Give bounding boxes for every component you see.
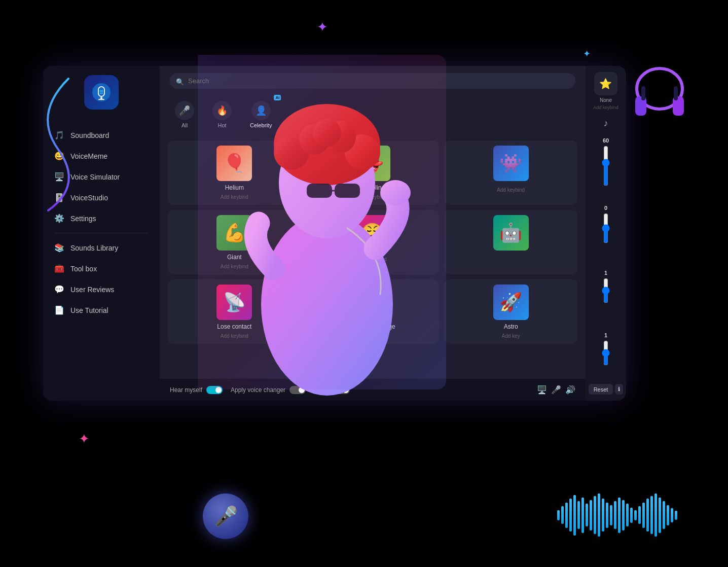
- svg-rect-3: [674, 86, 678, 100]
- nav-divider: [54, 233, 149, 233]
- preset-3-keybind: Add keybind: [497, 187, 525, 193]
- right-fav-label: None: [600, 97, 612, 103]
- effect-toggle[interactable]: [334, 386, 350, 394]
- preset-amazing-keybind: Add keybind: [358, 333, 386, 339]
- sidebar-nav: 🎵 Soundboard 😄 VoiceMeme 🖥️ Voice Simula…: [43, 123, 160, 401]
- apply-voice-changer-label: Apply voice changer: [231, 386, 285, 394]
- all-tab-icon: 🎤: [175, 101, 194, 120]
- app-window: 🎵 Soundboard 😄 VoiceMeme 🖥️ Voice Simula…: [43, 66, 626, 401]
- preset-card-astro[interactable]: 🚀 Astro Add key: [444, 279, 577, 344]
- preset-astro-keybind: Add key: [502, 333, 520, 339]
- slider-2[interactable]: [602, 213, 610, 243]
- settings-icon: ⚙️: [54, 214, 64, 223]
- sidebar-item-voicestudio[interactable]: 🎚️ VoiceStudio: [43, 187, 160, 208]
- sidebar-item-user-reviews[interactable]: 💬 User Reviews: [43, 279, 160, 300]
- info-button[interactable]: ℹ: [615, 384, 623, 395]
- slider-container-3: 1: [602, 258, 610, 316]
- preset-card-helium[interactable]: 🎈 Helium Add keybind: [168, 140, 301, 205]
- right-panel: ⭐ None Add keybind ♪ 60 0 1 1 Reset ℹ: [586, 66, 626, 401]
- search-icon: 🔍: [176, 78, 184, 85]
- star-deco-1: ✦: [317, 19, 328, 35]
- voice-simulator-icon: 🖥️: [54, 172, 64, 182]
- note-icon: ♪: [604, 118, 608, 129]
- mic-icon[interactable]: 🎤: [551, 385, 561, 395]
- svg-point-0: [637, 68, 682, 109]
- sidebar-item-toolbox[interactable]: 🧰 Tool box: [43, 258, 160, 279]
- main-content: 🔍 🎤 All 🔥 Hot 👤 AI Celebrity: [160, 66, 586, 401]
- slider-value-2: 0: [604, 205, 607, 211]
- sidebar-item-toolbox-label: Tool box: [70, 265, 97, 273]
- reset-button[interactable]: Reset: [589, 384, 613, 395]
- bottom-icons-group: 🖥️ 🎤 🔊: [537, 385, 575, 395]
- desktop-icon[interactable]: 🖥️: [537, 385, 547, 395]
- hear-myself-label: Hear myself: [170, 386, 202, 394]
- slider-value-1: 60: [603, 137, 609, 144]
- filter-tab-hot[interactable]: 🔥 Hot: [205, 97, 239, 132]
- slider-container-4: 1: [602, 320, 610, 378]
- sidebar-item-settings[interactable]: ⚙️ Settings: [43, 208, 160, 229]
- filter-tab-celebrity[interactable]: 👤 AI Celebrity: [243, 97, 279, 132]
- speaker-icon[interactable]: 🔊: [565, 385, 575, 395]
- sidebar-logo-area: [43, 66, 160, 119]
- preset-img-6: 🤖: [493, 215, 529, 251]
- preset-card-amazing-change[interactable]: 🌀 Amazing change Add keybind: [306, 279, 440, 344]
- effect-label: Effect: [314, 386, 329, 394]
- preset-card-goblin[interactable]: 👺 Goblin Add keybind: [306, 140, 440, 205]
- voicestudio-icon: 🎚️: [54, 193, 64, 202]
- preset-card-3[interactable]: 👾 Add keybind: [444, 140, 577, 205]
- mic-float-button[interactable]: 🎤: [203, 493, 248, 539]
- effect-item: Effect: [314, 386, 349, 394]
- sidebar-item-sounds-library[interactable]: 📚 Sounds Library: [43, 237, 160, 258]
- apply-voice-toggle[interactable]: [289, 386, 306, 394]
- slider-1[interactable]: [602, 146, 610, 186]
- sidebar-item-use-tutorial[interactable]: 📄 Use Tutorial: [43, 300, 160, 321]
- ai-badge: AI: [274, 95, 281, 100]
- hear-myself-toggle[interactable]: [206, 386, 223, 394]
- slider-4[interactable]: [602, 340, 610, 366]
- preset-card-lose-contact[interactable]: 📡 Lose contact Add keybind: [168, 279, 301, 344]
- sidebar-item-voicememe-label: VoiceMeme: [70, 152, 107, 160]
- celebrity-tab-label: Celebrity: [250, 122, 272, 128]
- preset-goblin-keybind: Add keybind: [358, 194, 386, 200]
- sidebar-item-soundboard[interactable]: 🎵 Soundboard: [43, 125, 160, 146]
- hear-myself-item: Hear myself: [170, 386, 223, 394]
- slider-value-4: 1: [604, 332, 607, 338]
- sidebar-item-settings-label: Settings: [70, 215, 96, 223]
- preset-img-giant: 💪: [216, 215, 252, 251]
- preset-card-giant[interactable]: 💪 Giant Add keybind: [168, 210, 301, 274]
- filter-tab-all[interactable]: 🎤 All: [168, 97, 201, 132]
- hot-tab-icon: 🔥: [212, 101, 232, 120]
- sidebar-item-use-tutorial-label: Use Tutorial: [70, 306, 108, 314]
- sidebar-item-voicememe[interactable]: 😄 VoiceMeme: [43, 146, 160, 166]
- svg-rect-2: [673, 96, 684, 116]
- soundboard-icon: 🎵: [54, 130, 64, 140]
- right-fav-icon: ⭐: [594, 72, 617, 95]
- sidebar-item-voice-simulator[interactable]: 🖥️ Voice Simulator: [43, 166, 160, 187]
- slider-3[interactable]: [602, 278, 610, 303]
- search-bar-container: 🔍: [160, 66, 586, 93]
- app-logo: [84, 75, 119, 110]
- preset-astro-name: Astro: [504, 323, 518, 330]
- search-input[interactable]: [170, 73, 575, 89]
- preset-img-lose: 📡: [216, 285, 252, 320]
- sidebar: 🎵 Soundboard 😄 VoiceMeme 🖥️ Voice Simula…: [43, 66, 160, 401]
- slider-container-2: 0: [602, 195, 610, 254]
- svg-rect-7: [98, 99, 104, 100]
- svg-rect-1: [635, 96, 646, 116]
- sidebar-item-sounds-library-label: Sounds Library: [70, 244, 118, 252]
- preset-img-3: 👾: [493, 146, 529, 181]
- preset-goblin-name: Goblin: [364, 184, 382, 191]
- headphones-deco: [629, 61, 690, 127]
- preset-card-5[interactable]: 😤 Add keybind: [306, 210, 440, 274]
- sidebar-item-soundboard-label: Soundboard: [70, 131, 109, 139]
- celebrity-tab-icon: 👤 AI: [251, 101, 271, 120]
- slider-value-3: 1: [604, 270, 607, 276]
- preset-helium-name: Helium: [225, 184, 244, 191]
- preset-helium-keybind: Add keybind: [221, 194, 248, 200]
- preset-img-amazing: 🌀: [355, 285, 390, 320]
- right-fav-item[interactable]: ⭐ None Add keybind: [593, 72, 618, 110]
- hot-tab-label: Hot: [217, 122, 226, 128]
- preset-card-6[interactable]: 🤖: [444, 210, 577, 274]
- preset-lose-name: Lose contact: [217, 323, 251, 330]
- right-fav-sublabel: Add keybind: [593, 105, 618, 110]
